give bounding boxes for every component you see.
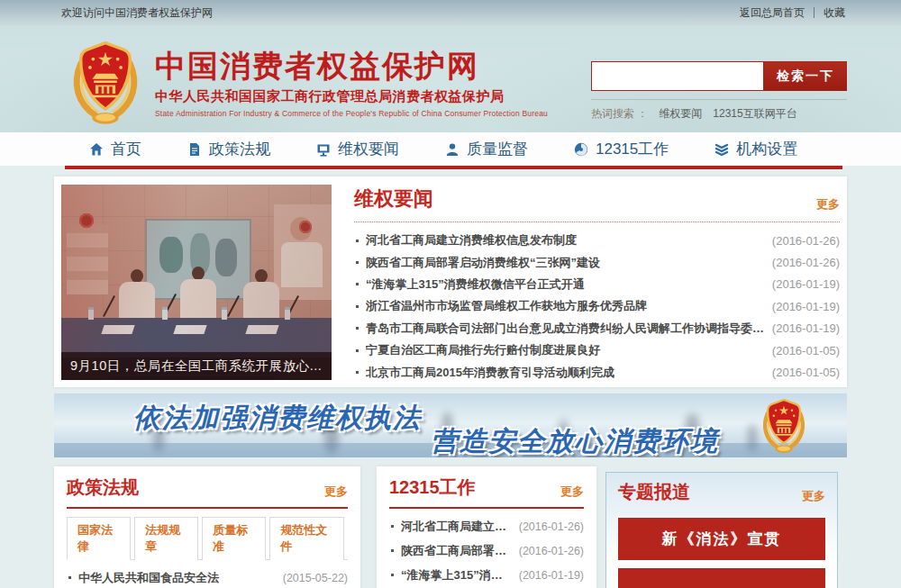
work-item-date: (2016-01-26) <box>519 545 584 557</box>
news-item-link[interactable]: 陕西省工商局部署启动消费维权“三张网”建设 <box>366 255 765 271</box>
site-title: 中国消费者权益保护网 <box>155 49 548 83</box>
bullet-icon <box>356 327 359 330</box>
divider <box>814 7 815 18</box>
special-reports-section: 专题报道 更多 新《消法》宣贯 <box>605 472 838 588</box>
special-reports-more-link[interactable]: 更多 <box>802 488 825 504</box>
news-item: 浙江省温州市市场监管局维权工作获地方服务优秀品牌 (2016-01-19) <box>354 295 840 317</box>
news-item: 宁夏自治区工商局推行先行赔付制度进展良好 (2016-01-05) <box>354 339 840 361</box>
news-item: “淮海掌上315”消费维权微信平台正式开通 (2016-01-19) <box>354 274 840 295</box>
news-item-link[interactable]: 北京市工商局2015年消费教育引导活动顺利完成 <box>366 365 765 381</box>
nav-item-organization[interactable]: 机构设置 <box>714 139 797 159</box>
photo-caption: 9月10日，总局在全国工商系统开展放心... <box>61 352 332 380</box>
page: 欢迎访问中国消费者权益保护网 返回总局首页 收藏 中国消费者权益保护网 中华人民… <box>0 0 901 588</box>
site-subtitle-english: State Administration For Industry & Comm… <box>155 109 548 118</box>
nav-accent-bar <box>65 166 842 169</box>
news-item-link[interactable]: 青岛市工商局联合司法部门出台意见成立消费纠纷人民调解工作协调指导委员会 <box>366 321 765 337</box>
saic-emblem-logo <box>65 41 146 125</box>
news-item-date: (2016-01-19) <box>772 321 840 335</box>
policy-item-date: (2015-05-22) <box>283 572 348 584</box>
bullet-icon <box>391 574 394 576</box>
news-item-date: (2016-01-19) <box>772 300 840 313</box>
site-header: 中国消费者权益保护网 中华人民共和国国家工商行政管理总局消费者权益保护局 Sta… <box>0 25 901 132</box>
work-12315-title: 12315工作 <box>389 475 476 500</box>
main-content-panel: 9月10日，总局在全国工商系统开展放心... 维权要闻 更多 河北省工商局建立消… <box>54 176 847 387</box>
news-item: 陕西省工商局部署启动消费维权“三张网”建设 (2016-01-26) <box>354 251 840 273</box>
policy-item: 中华人民共和国食品安全法 (2015-05-22) <box>67 565 348 588</box>
campaign-banner[interactable]: 依法加强消费维权执法 营造安全放心消费环境 <box>54 394 847 457</box>
home-icon <box>88 141 105 158</box>
hot-link-12315-platform[interactable]: 12315互联网平台 <box>713 106 796 122</box>
rights-news-title: 维权要闻 <box>354 185 433 213</box>
news-item-date: (2016-01-26) <box>772 234 840 248</box>
bullet-icon <box>356 240 359 242</box>
rights-news-section: 维权要闻 更多 河北省工商局建立消费维权信息发布制度 (2016-01-26) … <box>354 185 840 384</box>
nav-item-12315-work[interactable]: 12315工作 <box>573 139 669 159</box>
work-item-link[interactable]: 河北省工商局建立消费... <box>401 519 512 535</box>
aperture-icon <box>573 141 589 158</box>
news-item-link[interactable]: 浙江省温州市市场监管局维权工作获地方服务优秀品牌 <box>366 298 765 314</box>
photo-tint-overlay <box>61 185 332 380</box>
nav-item-label: 机构设置 <box>736 139 797 159</box>
welcome-text: 欢迎访问中国消费者权益保护网 <box>61 5 213 21</box>
news-item-date: (2016-01-05) <box>772 366 840 379</box>
special-banner-second[interactable] <box>618 568 825 588</box>
work-12315-list: 河北省工商局建立消费... (2016-01-26) 陕西省工商局部署启动...… <box>389 514 584 588</box>
work-item-date: (2016-01-19) <box>519 569 584 582</box>
work-12315-more-link[interactable]: 更多 <box>560 484 584 500</box>
work-12315-section: 12315工作 更多 河北省工商局建立消费... (2016-01-26) 陕西… <box>377 466 596 588</box>
rights-news-more-link[interactable]: 更多 <box>816 196 840 213</box>
nav-item-home[interactable]: 首页 <box>88 139 141 159</box>
work-item-link[interactable]: “淮海掌上315”消费... <box>401 567 512 583</box>
nav-item-rights-news[interactable]: 维权要闻 <box>315 139 399 159</box>
rights-news-list: 河北省工商局建立消费维权信息发布制度 (2016-01-26) 陕西省工商局部署… <box>354 230 840 384</box>
search-button[interactable]: 检索一下 <box>764 61 847 91</box>
work-item-date: (2016-01-26) <box>519 520 584 533</box>
bullet-icon <box>356 261 359 264</box>
layers-icon <box>714 141 730 158</box>
search-area: 检索一下 热词搜索 ： 维权要闻 12315互联网平台 <box>591 61 847 122</box>
tab-national-laws[interactable]: 国家法律 <box>67 517 131 560</box>
policy-more-link[interactable]: 更多 <box>324 484 348 500</box>
news-item-link[interactable]: “淮海掌上315”消费维权微信平台正式开通 <box>366 276 765 293</box>
hot-link-rights-news[interactable]: 维权要闻 <box>659 106 702 122</box>
nav-item-policy[interactable]: 政策法规 <box>187 139 270 159</box>
monitor-icon <box>315 141 332 158</box>
favorite-link[interactable]: 收藏 <box>824 5 845 21</box>
nav-item-label: 质量监督 <box>467 139 528 159</box>
news-item: 北京市工商局2015年消费教育引导活动顺利完成 (2016-01-05) <box>354 361 840 383</box>
person-icon <box>444 141 460 158</box>
news-item-link[interactable]: 宁夏自治区工商局推行先行赔付制度进展良好 <box>366 342 765 358</box>
bullet-icon <box>391 549 394 552</box>
back-to-main-site-link[interactable]: 返回总局首页 <box>740 5 805 21</box>
tab-regulations[interactable]: 法规规章 <box>134 517 198 560</box>
top-utility-bar: 欢迎访问中国消费者权益保护网 返回总局首页 收藏 <box>0 0 901 25</box>
bullet-icon <box>391 525 394 528</box>
work-item-link[interactable]: 陕西省工商局部署启动... <box>401 543 512 559</box>
tab-normative-documents[interactable]: 规范性文件 <box>269 517 344 560</box>
search-input[interactable] <box>591 61 764 91</box>
news-photo[interactable]: 9月10日，总局在全国工商系统开展放心... <box>61 185 332 380</box>
bullet-icon <box>356 371 359 374</box>
news-item-link[interactable]: 河北省工商局建立消费维权信息发布制度 <box>366 232 765 249</box>
special-reports-title: 专题报道 <box>618 480 690 504</box>
banner-slogan-line2: 营造安全放心消费环境 <box>431 423 719 457</box>
policy-item-link[interactable]: 中华人民共和国食品安全法 <box>78 570 276 586</box>
nav-item-label: 首页 <box>111 139 141 159</box>
news-item-date: (2016-01-26) <box>772 256 840 269</box>
news-item: 青岛市工商局联合司法部门出台意见成立消费纠纷人民调解工作协调指导委员会 (201… <box>354 318 840 339</box>
tab-quality-standards[interactable]: 质量标准 <box>202 517 266 560</box>
special-banner-new-consumer-law[interactable]: 新《消法》宣贯 <box>618 518 825 560</box>
news-item-date: (2016-01-19) <box>772 277 840 291</box>
bullet-icon <box>356 305 359 308</box>
main-nav: 首页 政策法规 维权要闻 质量监督 12315工作 机构设置 <box>0 132 901 166</box>
news-item-date: (2016-01-05) <box>772 344 840 357</box>
work-item: 河北省工商局建立消费... (2016-01-26) <box>389 514 584 538</box>
document-icon <box>187 141 203 158</box>
work-item: 陕西省工商局部署启动... (2016-01-26) <box>389 538 584 563</box>
news-item: 河北省工商局建立消费维权信息发布制度 (2016-01-26) <box>354 230 840 251</box>
hot-search-row: 热词搜索 ： 维权要闻 12315互联网平台 <box>591 99 847 122</box>
site-title-block: 中国消费者权益保护网 中华人民共和国国家工商行政管理总局消费者权益保护局 Sta… <box>155 49 548 118</box>
nav-item-quality[interactable]: 质量监督 <box>444 139 528 159</box>
bullet-icon <box>356 349 359 352</box>
banner-slogan-line1: 依法加强消费维权执法 <box>133 400 422 437</box>
